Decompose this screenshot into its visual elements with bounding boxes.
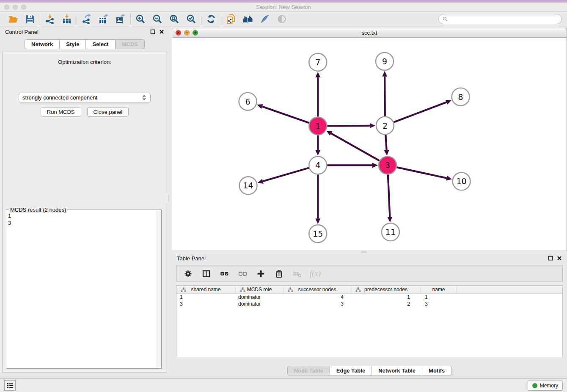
criterion-dropdown[interactable]: strongly connected component — [19, 93, 151, 102]
table-cell[interactable]: 1 — [421, 294, 457, 301]
graph-node-6[interactable]: 6 — [239, 93, 257, 110]
app-close-button[interactable] — [4, 5, 9, 10]
network-window-title: scc.txt — [172, 28, 567, 37]
column-header-MCDS-role[interactable]: MCDS role — [236, 286, 284, 293]
zoom-in-icon[interactable] — [135, 14, 146, 25]
import-network-icon[interactable] — [44, 14, 55, 25]
result-scrollbar[interactable] — [156, 211, 160, 367]
graph-edge-4-14[interactable] — [258, 168, 309, 184]
column-header-predecessor-nodes[interactable]: predecessor nodes — [351, 286, 421, 293]
tab-mcds[interactable]: MCDS — [116, 39, 145, 49]
table-row[interactable]: 1dominator411 — [176, 294, 562, 301]
graph-edge-1-2[interactable] — [327, 123, 375, 128]
graph-edge-3-10[interactable] — [396, 167, 452, 180]
task-history-button[interactable] — [4, 380, 16, 391]
float-panel-icon[interactable] — [150, 29, 155, 34]
table-cell[interactable]: 3 — [421, 301, 457, 307]
network-minimize-button[interactable] — [184, 30, 190, 36]
node-table[interactable]: shared nameMCDS rolesuccessor nodesprede… — [176, 285, 563, 357]
search-input[interactable] — [450, 16, 558, 22]
column-header-successor-nodes[interactable]: successor nodes — [284, 286, 351, 293]
graph-edge-3-11[interactable] — [387, 174, 392, 222]
graph-edge-4-15[interactable] — [315, 174, 320, 224]
select-all-columns-icon[interactable] — [219, 268, 230, 279]
tab-network[interactable]: Network — [25, 39, 60, 49]
graph-node-1[interactable]: 1 — [309, 117, 327, 135]
graph-node-7[interactable]: 7 — [309, 53, 327, 71]
table-cell[interactable]: dominator — [236, 294, 284, 301]
graph-edge-1-4[interactable] — [315, 135, 320, 156]
svg-text:8: 8 — [458, 92, 463, 102]
table-tab-edge-table[interactable]: Edge Table — [330, 366, 372, 375]
table-cell[interactable]: 1 — [176, 294, 236, 301]
graph-edge-2-3[interactable] — [384, 135, 389, 155]
graph-edge-3-1[interactable] — [326, 131, 380, 161]
graph-node-4[interactable]: 4 — [309, 156, 327, 174]
mcds-result-text[interactable]: 1 3 — [8, 211, 155, 367]
app-minimize-button[interactable] — [13, 5, 18, 10]
close-panel-icon[interactable] — [159, 29, 164, 34]
network-canvas[interactable]: 7968124314101511 — [172, 38, 567, 251]
graph-node-9[interactable]: 9 — [376, 52, 394, 70]
graph-edge-1-6[interactable] — [257, 104, 309, 123]
column-header-shared-name[interactable]: shared name — [176, 286, 236, 293]
graph-edge-2-9[interactable] — [382, 71, 387, 116]
export-network-icon[interactable] — [81, 14, 92, 25]
table-cell[interactable]: 2 — [351, 301, 421, 307]
table-cell[interactable]: 3 — [176, 301, 236, 307]
close-panel-button[interactable]: Close panel — [87, 107, 129, 117]
graph-edge-1-7[interactable] — [315, 72, 320, 117]
memory-button[interactable]: Memory — [528, 381, 563, 391]
style-brush-icon[interactable] — [259, 14, 270, 25]
graph-edge-4-3[interactable] — [327, 163, 378, 168]
graph-edge-2-8[interactable] — [394, 100, 451, 122]
tab-select[interactable]: Select — [86, 39, 115, 49]
float-table-panel-icon[interactable] — [548, 256, 553, 261]
table-cell[interactable]: dominator — [236, 301, 284, 307]
control-panel: Control Panel NetworkStyleSelectMCDS Opt… — [0, 26, 169, 378]
table-tab-motifs[interactable]: Motifs — [422, 366, 451, 375]
home-styles-icon[interactable] — [242, 14, 253, 25]
app-window-controls[interactable] — [4, 5, 26, 10]
table-tab-network-table[interactable]: Network Table — [372, 366, 422, 375]
graph-node-10[interactable]: 10 — [453, 172, 471, 190]
graph-node-14[interactable]: 14 — [239, 177, 257, 194]
graph-node-2[interactable]: 2 — [376, 117, 394, 135]
export-table-icon[interactable] — [98, 14, 109, 25]
table-cell[interactable]: 4 — [284, 294, 351, 301]
graph-node-11[interactable]: 11 — [382, 223, 399, 241]
graph-node-3[interactable]: 3 — [379, 156, 396, 174]
close-table-panel-icon[interactable] — [557, 256, 562, 261]
unselect-all-columns-icon[interactable] — [237, 268, 248, 279]
open-session-icon[interactable] — [8, 14, 19, 25]
table-row[interactable]: 3dominator323 — [176, 301, 562, 307]
copy-network-icon[interactable] — [226, 14, 237, 25]
import-table-icon[interactable] — [61, 14, 72, 25]
table-cell[interactable]: 3 — [284, 301, 351, 307]
network-view-window: scc.txt 7968124314101511 — [172, 28, 567, 251]
column-header-name[interactable]: name — [421, 286, 457, 293]
app-zoom-button[interactable] — [21, 5, 26, 10]
table-settings-gear-icon[interactable] — [182, 268, 193, 279]
graph-node-8[interactable]: 8 — [452, 88, 470, 106]
optimization-criterion-label: Optimization criterion: — [3, 59, 167, 65]
graph-node-15[interactable]: 15 — [309, 225, 327, 243]
tab-style[interactable]: Style — [60, 39, 86, 49]
export-image-icon[interactable] — [115, 14, 126, 25]
network-window-titlebar[interactable]: scc.txt — [172, 28, 567, 38]
run-mcds-button[interactable]: Run MCDS — [41, 107, 81, 117]
search-icon — [442, 16, 448, 22]
table-cell[interactable]: 1 — [351, 294, 421, 301]
add-column-icon[interactable] — [255, 268, 266, 279]
zoom-out-icon[interactable] — [152, 14, 163, 25]
table-tab-node-table[interactable]: Node Table — [287, 366, 330, 375]
search-box[interactable] — [438, 14, 562, 24]
show-columns-icon[interactable] — [201, 268, 212, 279]
save-session-icon[interactable] — [25, 14, 36, 25]
zoom-fit-icon[interactable] — [169, 14, 180, 25]
network-zoom-button[interactable] — [193, 30, 198, 36]
refresh-layout-icon[interactable] — [206, 14, 217, 25]
delete-column-icon[interactable] — [273, 268, 284, 279]
zoom-selected-icon[interactable] — [186, 14, 197, 25]
network-close-button[interactable] — [176, 30, 181, 36]
